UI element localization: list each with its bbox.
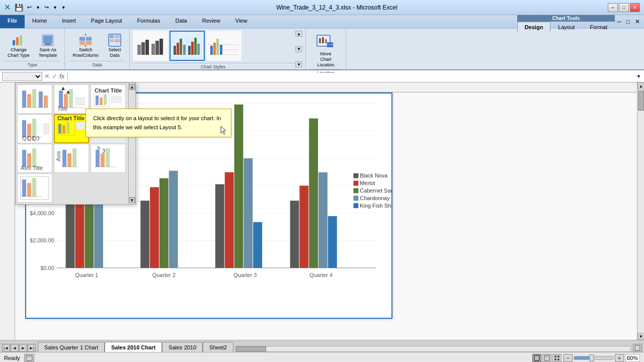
layout-item-7[interactable]: Axis Title [17, 144, 52, 173]
chart-styles-label-row: Chart Styles [132, 63, 294, 69]
sheet-tab-3[interactable]: Sales 2010 [162, 342, 203, 352]
sheet-tab-2[interactable]: Sales 2010 Chart [105, 342, 162, 352]
layout-item-5[interactable]: Chart Title [54, 114, 89, 143]
change-chart-type-button[interactable]: ChangeChart Type [4, 32, 33, 60]
formula-expand[interactable]: ▼ [635, 74, 642, 79]
tab-data[interactable]: Data [168, 15, 194, 28]
layout-item-4[interactable]: Q1 Q2 Q3 [17, 114, 52, 143]
chart-styles-scroll-down[interactable]: ▼ [295, 61, 302, 67]
tab-layout[interactable]: Layout [550, 22, 582, 32]
status-bar: Ready − + 60% [0, 352, 644, 362]
chart-style-2[interactable] [170, 31, 205, 61]
page-view-button[interactable] [24, 354, 34, 362]
formula-cancel[interactable]: ✕ [44, 72, 50, 80]
svg-text:Chardonnay: Chardonnay [360, 195, 390, 201]
tab-review[interactable]: Review [195, 15, 228, 28]
layout-item-1[interactable] [17, 84, 52, 114]
zoom-thumb[interactable] [589, 354, 594, 361]
svg-text:Cabernet Sauvignon: Cabernet Sauvignon [360, 188, 391, 194]
redo-button[interactable]: ↪ [44, 4, 49, 11]
function-button[interactable]: fx [59, 72, 64, 80]
sheet-tab-1[interactable]: Sales Quarter 1 Chart [38, 342, 105, 352]
sheet-nav-last[interactable]: ►| [28, 344, 36, 352]
save-as-template-button[interactable]: Save AsTemplate [35, 32, 61, 60]
ribbon-close[interactable]: ✕ [633, 18, 642, 25]
tab-formulas[interactable]: Formulas [130, 15, 168, 28]
svg-text:$2,000.00: $2,000.00 [30, 237, 54, 243]
layout-item-10[interactable] [17, 173, 52, 203]
chart-style-3[interactable] [206, 31, 242, 61]
svg-rect-150 [26, 355, 32, 360]
svg-rect-19 [155, 41, 159, 55]
zoom-controls: − + 60% [564, 354, 640, 362]
name-box[interactable] [2, 72, 42, 81]
svg-rect-0 [13, 40, 15, 45]
svg-rect-38 [319, 38, 321, 43]
data-buttons: SwitchRow/Column SelectData [69, 31, 125, 61]
formula-confirm[interactable]: ✓ [52, 72, 57, 80]
move-chart-button[interactable]: → MoveChartLocation [312, 31, 339, 69]
svg-rect-30 [213, 43, 216, 55]
close-button[interactable]: ✕ [630, 3, 640, 12]
zoom-out-button[interactable]: − [564, 354, 573, 362]
tab-home[interactable]: Home [25, 15, 54, 28]
dropdown-scroll-up[interactable]: ▲ [129, 84, 135, 90]
svg-rect-85 [353, 188, 358, 193]
sheet-nav-first[interactable]: |◄ [2, 344, 10, 352]
chart-styles-scroll-expand[interactable]: ▼ [295, 46, 302, 52]
scroll-up-button[interactable]: ▲ [637, 82, 644, 89]
layout-item-2[interactable]: ▲ ▲ Title [54, 84, 89, 114]
customize-qat[interactable]: ▼ [61, 5, 66, 10]
tab-design[interactable]: Design [517, 22, 551, 32]
switch-row-column-button[interactable]: SwitchRow/Column [69, 32, 102, 60]
dropdown-scroll-down[interactable]: ▼ [129, 197, 135, 203]
svg-text:Quarter 3: Quarter 3 [233, 272, 257, 278]
normal-view-btn[interactable] [532, 354, 541, 362]
page-break-btn[interactable] [552, 354, 561, 362]
tab-format[interactable]: Format [582, 22, 615, 32]
scroll-down-button[interactable]: ▼ [637, 333, 644, 340]
zoom-in-button[interactable]: + [615, 354, 624, 362]
svg-rect-95 [44, 96, 48, 108]
undo-dropdown[interactable]: ▼ [36, 5, 40, 10]
svg-text:$4,000.00: $4,000.00 [30, 210, 54, 216]
scroll-thumb[interactable] [638, 90, 644, 111]
scroll-track[interactable] [637, 89, 644, 333]
svg-rect-24 [183, 45, 186, 55]
sheet-tab-2-label: Sales 2010 Chart [111, 344, 155, 350]
tab-page-layout[interactable]: Page Layout [84, 15, 130, 28]
svg-rect-65 [159, 178, 169, 267]
select-data-button[interactable]: SelectData [104, 32, 125, 60]
svg-rect-66 [169, 171, 178, 268]
sheet-nav-next[interactable]: ► [19, 344, 27, 352]
h-scrollbar[interactable] [235, 346, 631, 352]
redo-dropdown[interactable]: ▼ [53, 5, 57, 10]
zoom-slider[interactable] [574, 356, 614, 360]
sheet-nav-prev[interactable]: ◄ [11, 344, 19, 352]
chart-styles-scroll-up[interactable]: ▲ [295, 31, 302, 37]
tab-file[interactable]: File [0, 15, 25, 28]
svg-rect-13 [110, 39, 114, 42]
h-scroll-thumb[interactable] [236, 346, 266, 351]
chart-style-1[interactable] [133, 31, 168, 61]
normal-view-button[interactable] [633, 344, 642, 352]
switch-row-column-label: SwitchRow/Column [72, 47, 99, 58]
svg-rect-40 [325, 39, 327, 43]
layout-item-8[interactable]: Axis [54, 144, 89, 173]
tab-insert[interactable]: Insert [54, 15, 84, 28]
h-scrollbar-area [233, 346, 633, 352]
ribbon-restore[interactable]: □ [624, 18, 632, 25]
tab-view[interactable]: View [228, 15, 255, 28]
ribbon-minimize[interactable]: ─ [615, 18, 623, 25]
layout-item-9[interactable]: 5 3 [91, 144, 126, 173]
sheet-tab-4[interactable]: Sheet2 [203, 342, 233, 352]
svg-rect-135 [72, 148, 76, 167]
v-scrollbar: ▲ ▼ [637, 82, 644, 340]
save-button[interactable]: 💾 [15, 4, 23, 12]
zoom-level[interactable]: 60% [625, 354, 640, 362]
page-layout-btn[interactable] [542, 354, 551, 362]
restore-button[interactable]: □ [619, 3, 629, 12]
undo-button[interactable]: ↩ [27, 4, 32, 11]
minimize-button[interactable]: ─ [608, 3, 618, 12]
formula-input[interactable] [71, 73, 633, 80]
